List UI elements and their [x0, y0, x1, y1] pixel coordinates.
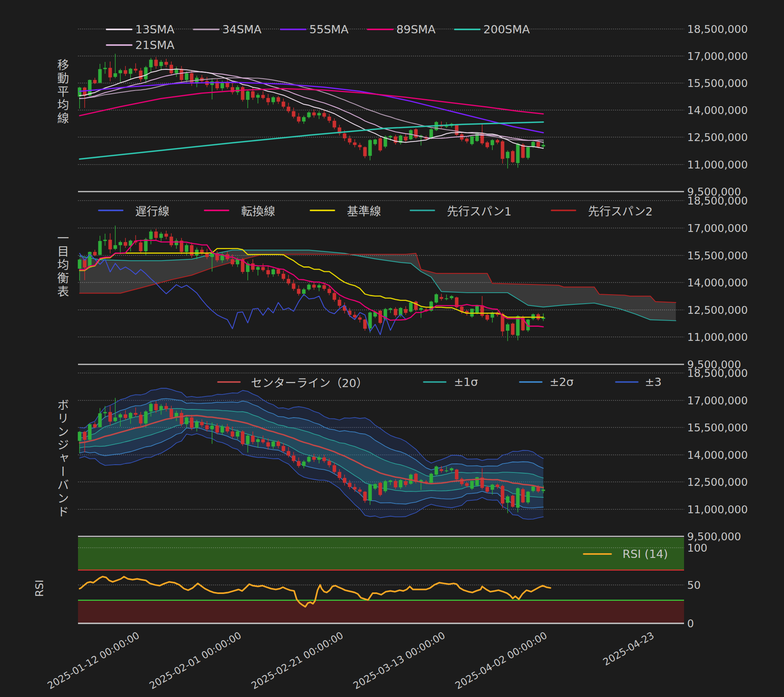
legend-label: 13SMA [135, 23, 174, 36]
legend-label: 基準線 [347, 202, 381, 219]
legend-label: 転換線 [241, 202, 275, 219]
legend-line-swatch [454, 29, 481, 30]
legend-label: 遅行線 [135, 202, 169, 219]
y-axis-label: 12,500,000 [687, 304, 748, 316]
legend-line-swatch [367, 29, 394, 30]
y-axis-label: 14,000,000 [687, 104, 748, 116]
y-axis-label: 15,500,000 [687, 77, 748, 89]
legend-line-swatch [204, 210, 229, 211]
y-axis-label: 0 [687, 617, 694, 630]
y-axis-label: 17,000,000 [687, 222, 748, 234]
legend-line-swatch [106, 29, 132, 30]
legend-line-swatch [410, 210, 435, 211]
legend-line-swatch [310, 210, 335, 211]
legend-label: 55SMA [309, 23, 348, 36]
panel-title: ボリンジャーバンド [53, 399, 71, 519]
legend-label: ±3 [645, 375, 662, 389]
legend-item: ±2σ [519, 375, 573, 389]
y-axis-label: 11,000,000 [687, 159, 748, 171]
legend-line-swatch [106, 44, 132, 46]
legend-item: 21SMA [106, 38, 174, 52]
y-axis-label: 11,000,000 [687, 331, 748, 343]
legend-label: ±2σ [550, 375, 573, 389]
panel-title: RSI [33, 577, 45, 600]
legend-label: 200SMA [483, 23, 530, 36]
y-axis-label: 9,500,000 [687, 530, 741, 543]
y-axis-label: 17,000,000 [687, 50, 748, 62]
legend-label: 先行スパン2 [588, 202, 653, 219]
legend-item: ±1σ [423, 375, 478, 389]
y-axis-label: 12,500,000 [687, 131, 748, 143]
legend-item: ±3 [615, 375, 662, 389]
y-axis-label: 14,000,000 [687, 277, 748, 289]
legend-item: 先行スパン1 [410, 204, 512, 217]
legend-item: 200SMA [454, 23, 530, 36]
legend-item: 遅行線 [98, 204, 169, 217]
legend-line-swatch [583, 553, 612, 555]
legend-line-swatch [280, 29, 307, 30]
y-axis-label: 15,500,000 [687, 422, 748, 434]
legend-line-swatch [217, 381, 241, 383]
y-axis-label: 12,500,000 [687, 476, 748, 488]
legend-line-swatch [98, 210, 123, 211]
legend-item: 転換線 [204, 204, 275, 217]
legend-label: 先行スパン1 [447, 202, 512, 219]
y-axis-label: 15,500,000 [687, 250, 748, 262]
legend-label: センターライン（20） [251, 374, 368, 390]
y-axis-label: 11,000,000 [687, 503, 748, 516]
legend-label: 21SMA [135, 38, 174, 52]
legend-item: 先行スパン2 [551, 204, 653, 217]
chart-canvas [0, 0, 784, 697]
legend-item: センターライン（20） [217, 375, 368, 389]
y-axis-label: 50 [687, 579, 701, 591]
legend-item: 34SMA [193, 23, 261, 36]
chart-figure: { "meta": {"bg": "#1c1c1c", "text_color"… [0, 0, 784, 697]
legend-label: 89SMA [396, 23, 436, 36]
y-axis-label: 18,500,000 [687, 367, 748, 379]
legend-line-swatch [551, 210, 576, 211]
y-axis-label: 18,500,000 [687, 195, 748, 207]
legend-line-swatch [615, 381, 639, 383]
legend-item: 89SMA [367, 23, 436, 36]
y-axis-label: 14,000,000 [687, 449, 748, 461]
legend-item: 55SMA [280, 23, 348, 36]
legend-item: 13SMA [106, 23, 174, 36]
panel-title: 一目均衡表 [53, 232, 71, 299]
legend-line-swatch [193, 29, 220, 30]
legend-line-swatch [519, 381, 543, 383]
legend-label: ±1σ [454, 375, 478, 389]
y-axis-label: 100 [687, 542, 708, 554]
legend-item: RSI (14) [583, 547, 668, 561]
panel-title: 移動平均線 [53, 59, 71, 125]
y-axis-label: 18,500,000 [687, 23, 748, 35]
legend-item: 基準線 [310, 204, 381, 217]
legend-label: RSI (14) [622, 547, 668, 561]
legend-label: 34SMA [222, 23, 261, 36]
legend-line-swatch [423, 381, 446, 383]
y-axis-label: 17,000,000 [687, 395, 748, 407]
